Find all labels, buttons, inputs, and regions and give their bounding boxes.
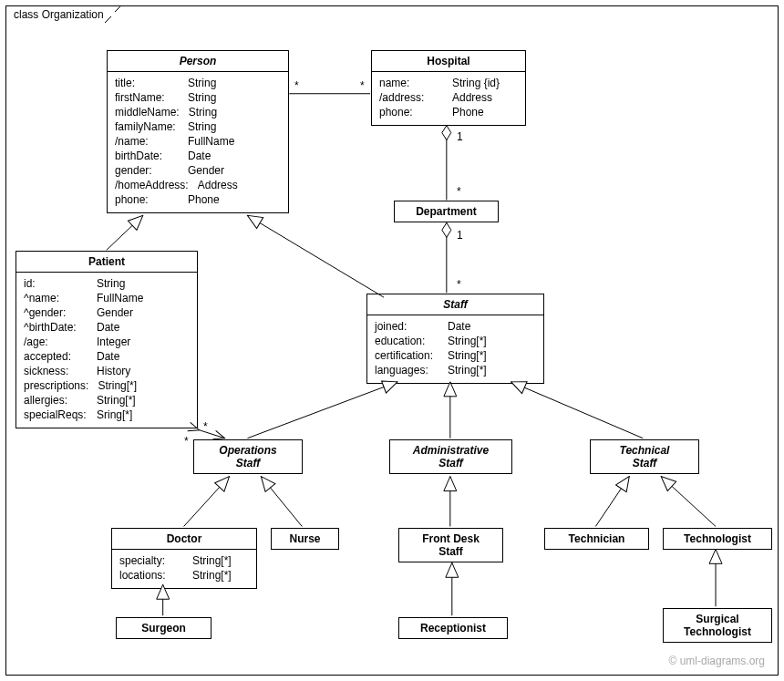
footer-credit: © uml-diagrams.org [668, 655, 765, 667]
svg-line-12 [595, 477, 629, 527]
svg-line-4 [247, 215, 384, 297]
class-patient-title: Patient [16, 252, 197, 273]
mul-dept-staff-m: * [457, 278, 461, 291]
class-surgeon: Surgeon [116, 617, 211, 639]
class-staff: Staff joined:Date education:String[*] ce… [366, 294, 544, 384]
class-receptionist: Receptionist [398, 617, 508, 639]
class-hospital-attrs: name:String {id} /address:Address phone:… [372, 72, 525, 125]
class-nurse: Nurse [271, 528, 339, 550]
class-department: Department [394, 201, 499, 222]
class-nurse-title: Nurse [272, 529, 338, 549]
diagram-frame: class Organization Person title:String f… [5, 5, 779, 676]
svg-line-9 [184, 477, 230, 527]
class-front-desk-staff-title: Front Desk Staff [399, 529, 502, 562]
mul-hospital-dept-1: 1 [457, 130, 463, 143]
class-administrative-staff: Administrative Staff [389, 439, 512, 474]
class-department-title: Department [395, 201, 498, 222]
class-receptionist-title: Receptionist [399, 618, 507, 638]
uml-class-diagram: class Organization Person title:String f… [0, 0, 784, 681]
class-front-desk-staff: Front Desk Staff [398, 528, 503, 562]
svg-line-6 [247, 382, 397, 439]
class-staff-title: Staff [367, 294, 543, 315]
mul-hospital-dept-m: * [457, 185, 461, 198]
class-doctor: Doctor specialty:String[*] locations:Str… [111, 528, 257, 589]
class-surgical-technologist-title: Surgical Technologist [664, 609, 771, 642]
class-technical-staff: Technical Staff [590, 439, 699, 474]
class-person-attrs: title:String firstName:String middleName… [108, 72, 288, 212]
class-doctor-title: Doctor [112, 529, 256, 550]
class-surgical-technologist: Surgical Technologist [663, 608, 772, 643]
class-technician: Technician [544, 528, 649, 550]
svg-line-10 [261, 477, 302, 527]
class-person: Person title:String firstName:String mid… [107, 50, 289, 213]
class-patient: Patient id:String ^name:FullName ^gender… [15, 251, 198, 428]
svg-line-13 [661, 477, 716, 527]
mul-patient-staff-s: * [203, 420, 208, 433]
class-administrative-staff-title: Administrative Staff [390, 440, 511, 473]
class-surgeon-title: Surgeon [117, 618, 211, 638]
class-hospital-title: Hospital [372, 51, 525, 72]
class-person-title: Person [108, 51, 288, 72]
class-doctor-attrs: specialty:String[*] locations:String[*] [112, 550, 256, 588]
frame-label: class Organization [5, 5, 121, 23]
mul-person-hospital-person: * [294, 79, 299, 92]
mul-patient-staff-p: * [184, 435, 189, 448]
frame-label-text: class Organization [14, 8, 104, 21]
class-technologist-title: Technologist [664, 529, 771, 549]
class-operations-staff: Operations Staff [193, 439, 303, 474]
class-technical-staff-title: Technical Staff [591, 440, 698, 473]
class-operations-staff-title: Operations Staff [194, 440, 302, 473]
class-patient-attrs: id:String ^name:FullName ^gender:Gender … [16, 273, 197, 428]
mul-dept-staff-1: 1 [457, 229, 463, 242]
svg-line-8 [511, 382, 644, 439]
mul-person-hospital-hospital: * [360, 79, 365, 92]
class-hospital: Hospital name:String {id} /address:Addre… [371, 50, 526, 126]
class-technologist: Technologist [663, 528, 772, 550]
svg-line-3 [107, 215, 143, 250]
class-staff-attrs: joined:Date education:String[*] certific… [367, 315, 543, 383]
class-technician-title: Technician [545, 529, 648, 549]
